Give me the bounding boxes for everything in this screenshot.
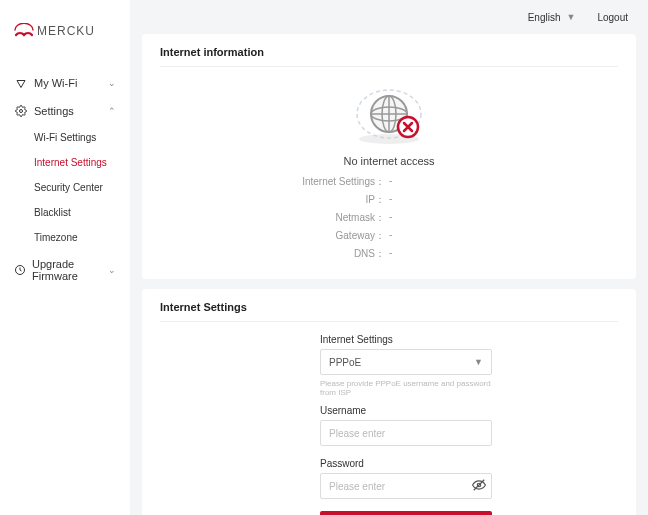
logout-link[interactable]: Logout [597,12,628,23]
info-label: DNS： [219,247,389,261]
internet-info-card: Internet information [142,34,636,279]
main-area: English ▼ Logout Internet information [130,0,648,515]
gear-icon [14,105,28,117]
sidebar-item-label: Upgrade Firmware [32,258,108,282]
chevron-up-icon: ⌃ [108,106,116,116]
language-label: English [528,12,561,23]
wifi-icon [14,77,28,89]
brand-name: MERCKU [37,24,95,38]
svg-point-0 [20,110,23,113]
mode-helper-text: Please provide PPPoE username and passwo… [320,379,492,397]
username-input[interactable] [320,420,492,446]
no-internet-illustration [160,79,618,149]
brand-mark-icon [14,23,34,39]
info-value: - [389,193,559,207]
save-button[interactable]: Save [320,511,492,515]
update-icon [14,264,26,276]
brand-logo: MERCKU [0,18,130,69]
internet-settings-card: Internet Settings Internet Settings PPPo… [142,289,636,515]
caret-down-icon: ▼ [474,357,483,367]
internet-status-text: No internet access [160,155,618,167]
sidebar-item-timezone[interactable]: Timezone [0,225,130,250]
password-label: Password [320,458,492,469]
sidebar-item-upgrade-firmware[interactable]: Upgrade Firmware ⌄ [0,250,130,290]
sidebar-item-blacklist[interactable]: Blacklist [0,200,130,225]
sidebar-item-settings[interactable]: Settings ⌃ [0,97,130,125]
username-label: Username [320,405,492,416]
toggle-password-visibility-icon[interactable] [472,478,486,494]
language-selector[interactable]: English ▼ [528,12,576,23]
mode-select[interactable]: PPPoE ▼ [320,349,492,375]
card-title: Internet Settings [160,301,618,322]
sidebar: MERCKU My Wi-Fi ⌄ Settings ⌃ Wi-Fi Setti… [0,0,130,515]
card-title: Internet information [160,46,618,67]
sidebar-item-label: My Wi-Fi [34,77,77,89]
info-value: - [389,211,559,225]
sidebar-item-security-center[interactable]: Security Center [0,175,130,200]
info-label: IP： [219,193,389,207]
sidebar-item-label: Settings [34,105,74,117]
mode-label: Internet Settings [320,334,492,345]
info-label: Netmask： [219,211,389,225]
info-value: - [389,175,559,189]
chevron-down-icon: ⌄ [108,265,116,275]
info-value: - [389,247,559,261]
info-label: Internet Settings： [219,175,389,189]
internet-info-rows: Internet Settings： - IP： - Netmask： - Ga… [219,175,559,261]
mode-select-value: PPPoE [329,357,361,368]
caret-down-icon: ▼ [566,12,575,22]
info-value: - [389,229,559,243]
info-label: Gateway： [219,229,389,243]
sidebar-item-wifi-settings[interactable]: Wi-Fi Settings [0,125,130,150]
password-input[interactable] [320,473,492,499]
topbar: English ▼ Logout [130,0,648,34]
sidebar-item-my-wifi[interactable]: My Wi-Fi ⌄ [0,69,130,97]
sidebar-item-internet-settings[interactable]: Internet Settings [0,150,130,175]
chevron-down-icon: ⌄ [108,78,116,88]
